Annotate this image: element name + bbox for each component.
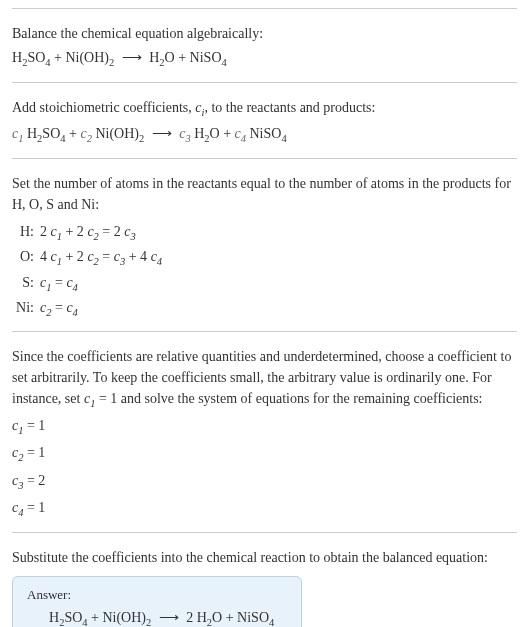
equation-with-coefs: c1 H2SO4 + c2 Ni(OH)2 ⟶ c3 H2O + c4 NiSO… bbox=[12, 122, 517, 148]
row-h-label: H: bbox=[12, 221, 40, 245]
problem-intro: Balance the chemical equation algebraica… bbox=[12, 23, 517, 44]
arrow-icon: ⟶ bbox=[159, 609, 179, 626]
coef-intro: Add stoichiometric coefficients, ci, to … bbox=[12, 97, 517, 121]
row-ni-label: Ni: bbox=[12, 297, 40, 321]
c3-value: c3 = 2 bbox=[12, 469, 517, 495]
reactant-h2so4: H2SO4 bbox=[12, 50, 51, 65]
cset: c1 bbox=[84, 391, 95, 406]
c3: c3 bbox=[179, 126, 190, 141]
arrow-icon: ⟶ bbox=[122, 46, 142, 70]
section-atom-balance: Set the number of atoms in the reactants… bbox=[12, 158, 517, 331]
c4-value: c4 = 1 bbox=[12, 496, 517, 522]
row-o-label: O: bbox=[12, 246, 40, 270]
row-s-eq: c1 = c4 bbox=[40, 272, 517, 296]
c1-value: c1 = 1 bbox=[12, 414, 517, 440]
c4: c4 bbox=[235, 126, 246, 141]
balanced-equation: H2SO4 + Ni(OH)2 ⟶ 2 H2O + NiSO4 bbox=[27, 609, 287, 627]
reactant-nioh2: + Ni(OH)2 bbox=[51, 50, 115, 65]
product-h2o-niso4: H2O + NiSO4 bbox=[149, 50, 227, 65]
answer-label: Answer: bbox=[27, 587, 287, 603]
c2-value: c2 = 1 bbox=[12, 441, 517, 467]
ans-reactants: H2SO4 + Ni(OH)2 bbox=[49, 610, 151, 625]
ans-products: 2 H2O + NiSO4 bbox=[186, 610, 274, 625]
row-o-eq: 4 c1 + 2 c2 = c3 + 4 c4 bbox=[40, 246, 517, 270]
arrow-icon: ⟶ bbox=[152, 122, 172, 146]
balance-table: H: 2 c1 + 2 c2 = 2 c3 O: 4 c1 + 2 c2 = c… bbox=[12, 221, 517, 321]
balance-intro: Set the number of atoms in the reactants… bbox=[12, 173, 517, 215]
row-h-eq: 2 c1 + 2 c2 = 2 c3 bbox=[40, 221, 517, 245]
solve-intro: Since the coefficients are relative quan… bbox=[12, 346, 517, 412]
answer-intro: Substitute the coefficients into the che… bbox=[12, 547, 517, 568]
c1: c1 bbox=[12, 126, 23, 141]
row-ni-eq: c2 = c4 bbox=[40, 297, 517, 321]
unbalanced-equation: H2SO4 + Ni(OH)2 ⟶ H2O + NiSO4 bbox=[12, 46, 517, 72]
section-answer: Substitute the coefficients into the che… bbox=[12, 532, 517, 627]
row-s-label: S: bbox=[12, 272, 40, 296]
section-problem: Balance the chemical equation algebraica… bbox=[12, 8, 517, 82]
c2: c2 bbox=[80, 126, 91, 141]
section-solve: Since the coefficients are relative quan… bbox=[12, 331, 517, 532]
section-add-coefficients: Add stoichiometric coefficients, ci, to … bbox=[12, 82, 517, 158]
answer-box: Answer: H2SO4 + Ni(OH)2 ⟶ 2 H2O + NiSO4 bbox=[12, 576, 302, 627]
